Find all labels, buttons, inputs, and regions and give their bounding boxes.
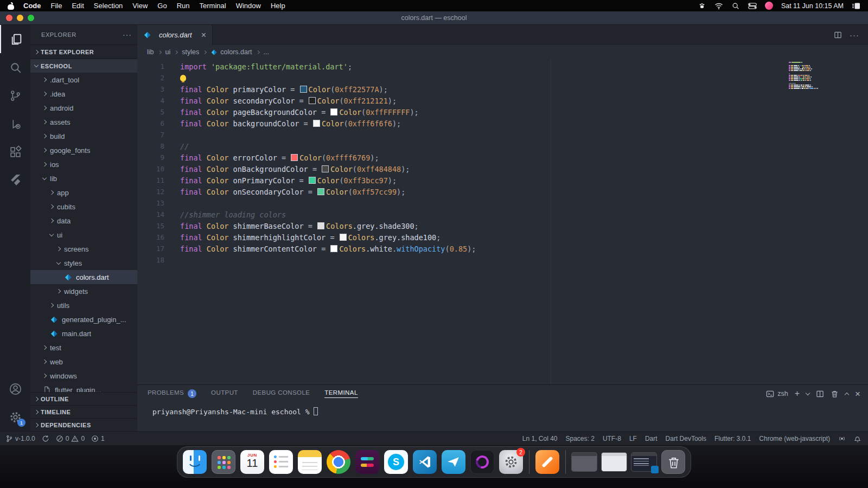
color-swatch[interactable]	[300, 86, 307, 93]
panel-tab-debug-console[interactable]: DEBUG CONSOLE	[253, 389, 310, 398]
menubar-clock[interactable]: Sat 11 Jun 10:15 AM	[781, 2, 844, 10]
avatar[interactable]	[765, 2, 773, 10]
panel-tab-problems[interactable]: PROBLEMS1	[148, 389, 196, 398]
panel-tab-terminal[interactable]: TERMINAL	[324, 389, 358, 398]
close-window-button[interactable]	[6, 15, 12, 21]
new-terminal-icon[interactable]: +	[795, 389, 800, 399]
code-line-17[interactable]: 17final Color shimmerContentColor = Colo…	[137, 243, 868, 254]
tree-item-ios[interactable]: ios	[30, 157, 137, 171]
status-info[interactable]: 1	[91, 435, 105, 442]
activity-run-and-debug-icon[interactable]	[0, 110, 30, 138]
activity-explorer-icon[interactable]	[0, 25, 30, 53]
split-editor-icon[interactable]	[834, 31, 842, 39]
color-swatch[interactable]	[340, 234, 347, 241]
code-line-14[interactable]: 14//shimmer loading colors	[137, 209, 868, 220]
telegram-icon[interactable]	[442, 450, 465, 474]
code-line-9[interactable]: 9final Color errorColor = Color(0xffff67…	[137, 152, 868, 163]
activity-extensions-icon[interactable]	[0, 138, 30, 166]
terminal[interactable]: priyansh@Priyanshs-Mac-mini eschool %	[137, 402, 868, 416]
tree-item-android[interactable]: android	[30, 101, 137, 115]
activity-source-control-icon[interactable]	[0, 81, 30, 110]
color-swatch[interactable]	[317, 188, 324, 195]
section-timeline[interactable]: TIMELINE	[30, 405, 137, 418]
editor-more-actions-icon[interactable]: ···	[850, 30, 859, 40]
vscode-icon[interactable]	[413, 450, 437, 474]
trash-icon[interactable]	[661, 450, 685, 474]
menu-file[interactable]: File	[51, 2, 62, 10]
chrome-icon[interactable]	[327, 450, 350, 474]
tree-item-colors-dart[interactable]: colors.dart	[30, 270, 137, 284]
tree-item-ui[interactable]: ui	[30, 228, 137, 242]
menu-edit[interactable]: Edit	[72, 2, 84, 10]
menu-go[interactable]: Go	[157, 2, 167, 10]
tree-item-widgets[interactable]: widgets	[30, 284, 137, 298]
status-broadcast[interactable]	[838, 435, 846, 442]
skype-icon[interactable]: S	[384, 450, 408, 474]
menubar-app-name[interactable]: Code	[23, 2, 41, 10]
tree-item-lib[interactable]: lib	[30, 171, 137, 185]
breadcrumb-ui[interactable]: ui	[165, 48, 171, 56]
menu-help[interactable]: Help	[271, 2, 285, 10]
activity-accounts-icon[interactable]	[0, 375, 30, 403]
settings-icon[interactable]: 2	[499, 450, 523, 474]
panel-tab-output[interactable]: OUTPUT	[211, 389, 238, 398]
apple-icon[interactable]	[8, 2, 15, 10]
terminal-profile-select[interactable]: zsh	[766, 390, 788, 398]
section-eschool[interactable]: ESCHOOL	[30, 59, 137, 73]
status-bell[interactable]	[854, 435, 861, 442]
color-swatch[interactable]	[309, 97, 316, 104]
status-problems[interactable]: 0 0	[56, 435, 85, 442]
notes-icon[interactable]	[298, 450, 322, 474]
status-lf[interactable]: LF	[629, 435, 637, 442]
status-branch[interactable]: v-1.0.0	[5, 435, 35, 442]
finder-icon[interactable]	[183, 450, 207, 474]
kill-terminal-icon[interactable]	[831, 390, 839, 398]
calendar-icon[interactable]: JUN11	[240, 450, 264, 474]
window-thumb-2-icon[interactable]	[602, 453, 627, 471]
window-thumb-3-icon[interactable]	[631, 453, 656, 471]
slack-icon[interactable]	[355, 450, 379, 474]
paw-icon[interactable]	[698, 2, 706, 10]
status-flutter-3-0-1[interactable]: Flutter: 3.0.1	[714, 435, 751, 442]
code-line-5[interactable]: 5final Color pageBackgroundColor = Color…	[137, 106, 868, 118]
color-swatch[interactable]	[330, 245, 337, 252]
color-swatch[interactable]	[330, 108, 337, 115]
menu-terminal[interactable]: Terminal	[200, 2, 226, 10]
code-line-4[interactable]: 4final Color secondaryColor = Color(0xff…	[137, 95, 868, 106]
code-line-7[interactable]: 7	[137, 129, 868, 140]
tree-item-web[interactable]: web	[30, 355, 137, 369]
tree-item-styles[interactable]: styles	[30, 256, 137, 270]
code-line-18[interactable]: 18	[137, 254, 868, 266]
section-dependencies[interactable]: DEPENDENCIES	[30, 418, 137, 431]
zoom-window-button[interactable]	[28, 15, 34, 21]
code-line-6[interactable]: 6final Color backgroundColor = Color(0xf…	[137, 118, 868, 129]
status-chrome-web-javascript[interactable]: Chrome (web-javascript)	[759, 435, 830, 442]
activity-flutter-icon[interactable]	[0, 166, 30, 194]
code-line-11[interactable]: 11final Color onPrimaryColor = Color(0xf…	[137, 175, 868, 186]
code-line-16[interactable]: 16final Color shimmerhighlightColor = Co…	[137, 232, 868, 243]
status-spaces-2[interactable]: Spaces: 2	[566, 435, 595, 442]
color-swatch[interactable]	[309, 177, 316, 184]
split-terminal-icon[interactable]	[816, 390, 824, 398]
window-titlebar[interactable]: colors.dart — eschool	[0, 11, 868, 25]
lightbulb-icon[interactable]	[180, 75, 186, 81]
breadcrumb-colors-dart[interactable]: colors.dart	[210, 48, 252, 56]
tree-item-utils[interactable]: utils	[30, 298, 137, 312]
activity-search-icon[interactable]	[0, 53, 30, 81]
minimap[interactable]	[789, 62, 820, 91]
reminders-icon[interactable]	[269, 450, 293, 474]
code-line-1[interactable]: 1import 'package:flutter/material.dart';	[137, 61, 868, 72]
tree-item-main-dart[interactable]: main.dart	[30, 326, 137, 341]
tree-item-generated-plugin[interactable]: generated_plugin_...	[30, 312, 137, 326]
activity-settings-gear-icon[interactable]: 1	[0, 403, 30, 431]
status-dart[interactable]: Dart	[645, 435, 658, 442]
window-thumb-1-icon[interactable]	[572, 453, 597, 471]
cc-icon[interactable]	[748, 2, 757, 10]
status-utf-8[interactable]: UTF-8	[603, 435, 621, 442]
tab-colors-dart[interactable]: colors.dart ×	[137, 25, 213, 45]
menu-window[interactable]: Window	[236, 2, 261, 10]
minimize-window-button[interactable]	[17, 15, 23, 21]
close-panel-icon[interactable]: ×	[855, 389, 860, 399]
tree-item-assets[interactable]: assets	[30, 115, 137, 129]
breadcrumb-styles[interactable]: styles	[182, 48, 199, 56]
